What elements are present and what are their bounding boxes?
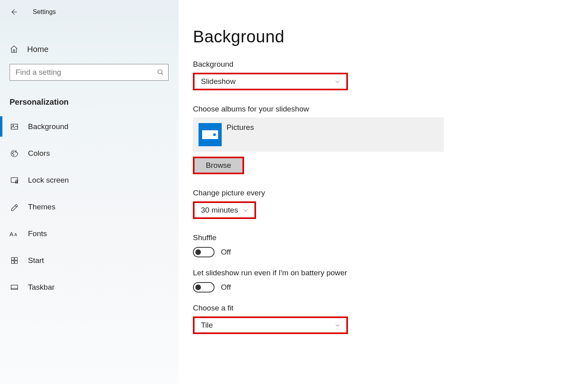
background-value: Slideshow — [201, 77, 236, 86]
svg-text:A: A — [10, 231, 14, 237]
change-every-select[interactable]: 30 minutes — [193, 201, 256, 219]
choose-albums-label: Choose albums for your slideshow — [193, 105, 588, 113]
shuffle-state: Off — [221, 248, 231, 257]
browse-button[interactable]: Browse — [193, 157, 244, 174]
main-content: Background Background Slideshow Choose a… — [179, 0, 588, 384]
home-nav[interactable]: Home — [0, 36, 178, 62]
battery-state: Off — [221, 283, 231, 292]
svg-point-2 — [13, 125, 14, 126]
sidebar-item-label: Lock screen — [28, 176, 69, 185]
back-button[interactable] — [9, 7, 18, 17]
lock-screen-icon — [10, 176, 19, 185]
change-every-value: 30 minutes — [201, 206, 238, 215]
sidebar-item-themes[interactable]: Themes — [0, 193, 178, 220]
browse-label: Browse — [206, 161, 231, 170]
picture-icon — [10, 122, 19, 131]
app-title: Settings — [33, 8, 56, 16]
chevron-down-icon — [334, 322, 341, 328]
search-icon — [157, 69, 164, 76]
sidebar-item-lock-screen[interactable]: Lock screen — [0, 167, 178, 193]
album-tile[interactable]: Pictures — [193, 117, 444, 152]
svg-point-0 — [158, 70, 162, 74]
search-field[interactable] — [16, 68, 157, 77]
sidebar-item-start[interactable]: Start — [0, 247, 178, 274]
sidebar: Settings Home Personalization Background — [0, 0, 179, 384]
svg-rect-11 — [12, 257, 14, 260]
svg-rect-13 — [12, 261, 14, 263]
fit-value: Tile — [201, 321, 213, 330]
sidebar-item-label: Background — [28, 122, 68, 131]
sidebar-item-background[interactable]: Background — [0, 113, 178, 140]
svg-rect-15 — [11, 285, 18, 289]
battery-toggle[interactable] — [193, 282, 215, 292]
svg-point-5 — [15, 151, 16, 152]
svg-rect-14 — [15, 261, 18, 263]
palette-icon — [10, 149, 19, 158]
page-title: Background — [193, 27, 588, 46]
chevron-down-icon — [334, 78, 341, 85]
battery-label: Let slideshow run even if I'm on battery… — [193, 269, 588, 277]
fit-select[interactable]: Tile — [193, 316, 348, 334]
svg-text:A: A — [14, 233, 17, 237]
sidebar-item-taskbar[interactable]: Taskbar — [0, 274, 178, 300]
start-icon — [10, 257, 19, 265]
change-every-label: Change picture every — [193, 189, 588, 197]
svg-point-3 — [12, 153, 13, 154]
arrow-left-icon — [10, 8, 18, 16]
album-thumbnail-icon — [199, 123, 222, 146]
svg-rect-12 — [15, 257, 18, 260]
sidebar-item-label: Taskbar — [28, 283, 55, 292]
home-icon — [10, 45, 18, 54]
album-name: Pictures — [226, 123, 254, 132]
chevron-down-icon — [242, 207, 249, 213]
themes-icon — [10, 203, 19, 211]
svg-point-4 — [13, 151, 14, 152]
sidebar-item-fonts[interactable]: AA Fonts — [0, 220, 178, 247]
home-label: Home — [27, 45, 48, 54]
titlebar: Settings — [0, 5, 178, 19]
sidebar-item-label: Fonts — [28, 229, 47, 238]
background-select[interactable]: Slideshow — [193, 73, 348, 90]
svg-point-6 — [13, 154, 14, 155]
taskbar-icon — [10, 283, 19, 292]
shuffle-toggle[interactable] — [193, 247, 215, 257]
fit-label: Choose a fit — [193, 304, 588, 312]
sidebar-item-label: Start — [28, 256, 44, 265]
shuffle-label: Shuffle — [193, 233, 588, 242]
sidebar-item-colors[interactable]: Colors — [0, 140, 178, 167]
nav-list: Background Colors Lock screen Themes AA … — [0, 113, 178, 300]
sidebar-item-label: Colors — [28, 149, 50, 158]
sidebar-item-label: Themes — [28, 203, 56, 211]
category-heading: Personalization — [10, 97, 178, 107]
search-input[interactable] — [10, 64, 169, 81]
background-label: Background — [193, 60, 588, 69]
fonts-icon: AA — [10, 230, 19, 238]
